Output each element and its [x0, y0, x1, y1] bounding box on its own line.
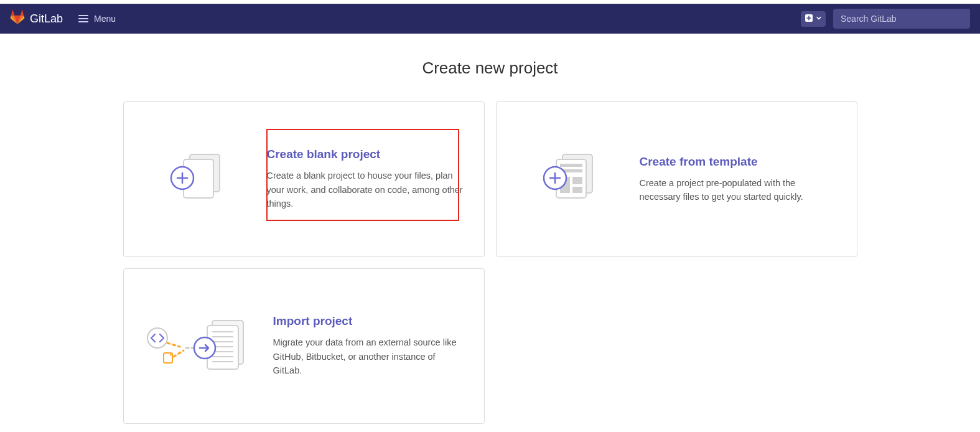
chevron-down-icon: [816, 14, 822, 23]
navbar-right: [801, 9, 970, 29]
svg-rect-9: [572, 177, 582, 184]
svg-rect-10: [572, 187, 582, 193]
search-input[interactable]: [833, 9, 970, 29]
menu-button[interactable]: Menu: [73, 9, 121, 28]
main-content: Create new project Create blank project …: [123, 34, 857, 432]
card-template-desc: Create a project pre-populated with the …: [640, 176, 838, 204]
navbar-left: GitLab Menu: [10, 9, 121, 28]
hamburger-icon: [78, 13, 89, 24]
card-template-title: Create from template: [640, 155, 838, 169]
gitlab-brand[interactable]: GitLab: [10, 10, 63, 28]
import-icon: [142, 312, 254, 380]
card-blank-desc: Create a blank project to house your fil…: [267, 169, 465, 210]
cards-container: Create blank project Create a blank proj…: [123, 101, 857, 424]
plus-icon: [805, 14, 813, 24]
gitlab-logo-icon: [10, 10, 25, 28]
card-create-blank[interactable]: Create blank project Create a blank proj…: [123, 101, 485, 257]
cards-grid: Create blank project Create a blank proj…: [123, 101, 857, 424]
card-import-text: Import project Migrate your data from an…: [273, 314, 465, 377]
svg-rect-6: [560, 164, 582, 167]
new-dropdown[interactable]: [801, 11, 826, 27]
svg-line-23: [167, 343, 180, 347]
card-create-template[interactable]: Create from template Create a project pr…: [496, 101, 857, 257]
card-import-title: Import project: [273, 314, 465, 328]
card-blank-title: Create blank project: [267, 148, 465, 161]
card-import-desc: Migrate your data from an external sourc…: [273, 336, 465, 377]
card-template-text: Create from template Create a project pr…: [640, 155, 838, 204]
template-icon: [515, 148, 621, 210]
page-title: Create new project: [123, 59, 857, 78]
svg-point-21: [147, 328, 167, 348]
top-navbar: GitLab Menu: [0, 4, 980, 34]
menu-label: Menu: [94, 14, 116, 24]
brand-label: GitLab: [30, 12, 63, 26]
card-blank-text: Create blank project Create a blank proj…: [267, 148, 465, 210]
svg-line-24: [174, 350, 184, 357]
blank-project-icon: [142, 148, 248, 210]
card-import[interactable]: Import project Migrate your data from an…: [123, 268, 485, 424]
